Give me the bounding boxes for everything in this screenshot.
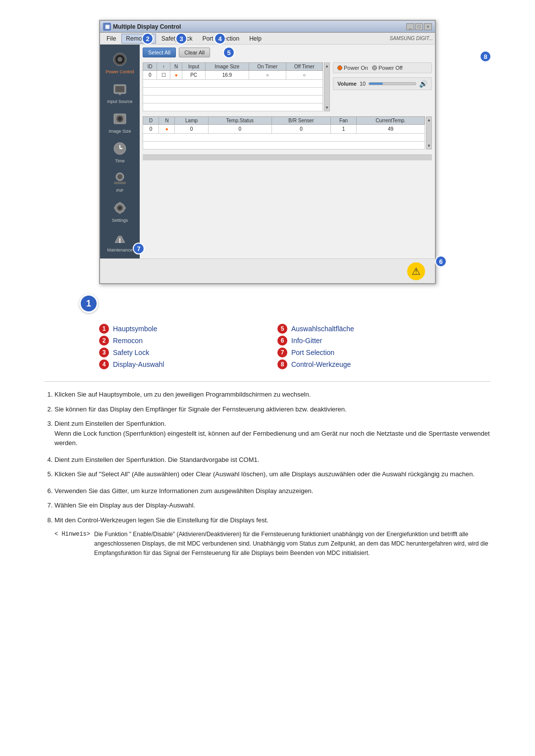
menu-help[interactable]: Help xyxy=(245,34,266,44)
bottom-table-row[interactable]: 0 ● 0 0 0 1 49 xyxy=(143,125,425,134)
select-all-button[interactable]: Select All xyxy=(143,48,176,57)
legend-label-4: Display-Auswahl xyxy=(113,360,164,368)
top-section: ID ↑ N Input Image Size On Timer Off Tim… xyxy=(143,62,432,111)
legend-label-7: Port Selection xyxy=(291,349,334,356)
sidebar-item-settings[interactable]: Settings xyxy=(100,197,140,225)
table-row[interactable] xyxy=(143,103,323,111)
volume-fill xyxy=(369,83,383,85)
legend-badge-6: 6 xyxy=(277,336,287,346)
list-item-3: Dient zum Einstellen der Sperrfunktion. … xyxy=(54,419,490,448)
bcol-fan: Fan xyxy=(331,117,357,125)
volume-row: Volume 10 🔊 xyxy=(333,77,432,90)
scrollbar[interactable]: ▲ ▼ xyxy=(324,62,330,111)
sidebar-label-input: Input Source xyxy=(107,99,132,104)
legend-label-5: Auswahlschaltfläche xyxy=(291,325,354,333)
svg-rect-18 xyxy=(119,202,121,204)
badge-6: 6 xyxy=(435,255,447,267)
scroll-down-arrow[interactable]: ▼ xyxy=(325,105,329,110)
legend-item-3: 3 Safety Lock xyxy=(99,348,258,357)
sidebar-label-image: Image Size xyxy=(108,129,131,134)
sidebar-label-pip: PIP xyxy=(116,188,124,193)
sidebar-item-time[interactable]: Time xyxy=(100,138,140,165)
scroll-up-arrow[interactable]: ▲ xyxy=(325,64,329,68)
svg-point-13 xyxy=(117,174,122,179)
legend-label-6: Info-Gitter xyxy=(291,337,322,345)
bottom-scroll-down[interactable]: ▼ xyxy=(427,144,431,148)
top-table: ID ↑ N Input Image Size On Timer Off Tim… xyxy=(143,62,323,111)
bottom-scroll-up[interactable]: ▲ xyxy=(427,118,431,122)
bcell-currenttemp: 49 xyxy=(357,125,425,134)
bcol-temp: Temp.Status xyxy=(208,117,271,125)
sidebar-item-pip[interactable]: PIP xyxy=(100,167,140,195)
title-bar-left: ▦ Multiple Display Control xyxy=(103,23,181,31)
legend-badge-7: 7 xyxy=(277,348,287,357)
legend-item-5: 5 Auswahlschaltfläche xyxy=(277,324,436,334)
svg-rect-14 xyxy=(114,182,126,184)
numbered-list: Klicken Sie auf Hauptsymbole, um zu den … xyxy=(45,390,490,558)
bottom-table-row[interactable] xyxy=(143,134,425,142)
svg-point-17 xyxy=(118,206,121,209)
bottom-table-row[interactable] xyxy=(143,142,425,150)
table-row[interactable] xyxy=(143,88,323,96)
power-on-dot xyxy=(337,65,342,70)
volume-icon: 🔊 xyxy=(419,80,428,88)
col-ontimer: On Timer xyxy=(249,63,286,71)
bcol-lamp: Lamp xyxy=(175,117,208,125)
control-panel: Power On Power Off Volume 10 xyxy=(333,62,432,111)
cell-offtimer: ○ xyxy=(286,71,322,80)
legend-item-6: 6 Info-Gitter xyxy=(277,336,436,346)
clear-all-button[interactable]: Clear All xyxy=(179,48,210,57)
legend-item-1: 1 Hauptsymbole xyxy=(99,324,258,334)
table-row[interactable]: 0 ☐ ● PC 16:9 ○ ○ xyxy=(143,71,323,80)
table-row[interactable] xyxy=(143,80,323,88)
toolbar-row: Select All Clear All xyxy=(143,48,432,57)
title-bar: ▦ Multiple Display Control _ □ × xyxy=(100,21,435,33)
settings-icon xyxy=(111,199,129,217)
bottom-table-inner: D N Lamp Temp.Status B/R Senser Fan Curr… xyxy=(143,116,425,150)
legend-grid: 1 Hauptsymbole 5 Auswahlschaltfläche 2 R… xyxy=(99,324,436,369)
sidebar-item-power-control[interactable]: Power Control xyxy=(100,49,140,76)
cell-ontimer: ○ xyxy=(249,71,286,80)
bcell-lamp: 0 xyxy=(175,125,208,134)
power-off-radio[interactable]: Power Off xyxy=(372,65,403,71)
app-icon: ▦ xyxy=(103,23,111,31)
list-item-8-text: Mit den Control-Werkzeugen legen Sie die… xyxy=(54,516,268,524)
badge-2: 2 xyxy=(142,33,154,45)
close-button[interactable]: × xyxy=(424,23,432,30)
sidebar-label-maintenance: Maintenance xyxy=(107,248,133,252)
sidebar-item-image-size[interactable]: Image Size xyxy=(100,108,140,136)
svg-rect-19 xyxy=(119,212,121,214)
table-row[interactable] xyxy=(143,96,323,103)
badge-3: 3 xyxy=(175,33,187,45)
legend-item-7: 7 Port Selection xyxy=(277,348,436,357)
legend-item-4: 4 Display-Auswahl xyxy=(99,359,258,369)
bcol-currenttemp: CurrentTemp. xyxy=(357,117,425,125)
restore-button[interactable]: □ xyxy=(415,23,423,30)
bcol-d: D xyxy=(143,117,159,125)
legend-item-2: 2 Remocon xyxy=(99,336,258,346)
menu-file[interactable]: File xyxy=(102,34,120,44)
power-on-radio[interactable]: Power On xyxy=(337,65,368,71)
svg-rect-5 xyxy=(119,94,121,95)
list-item-3-subtext: Wenn die Lock function (Sperrfunktion) e… xyxy=(54,430,490,447)
bcell-brsenser: 0 xyxy=(271,125,330,134)
list-item-4: Dient zum Einstellen der Sperrfunktion. … xyxy=(54,455,490,465)
title-controls[interactable]: _ □ × xyxy=(406,23,432,30)
sidebar-item-input-source[interactable]: Input Source xyxy=(100,78,140,106)
pip-icon xyxy=(111,169,129,187)
legend-label-1: Hauptsymbole xyxy=(113,325,158,333)
power-on-label: Power On xyxy=(344,65,368,71)
minimize-button[interactable]: _ xyxy=(406,23,414,30)
legend-label-3: Safety Lock xyxy=(113,349,149,356)
power-row: Power On Power Off xyxy=(333,62,432,73)
cell-check: ☐ xyxy=(157,71,170,80)
volume-bar[interactable] xyxy=(369,82,416,85)
col-up: ↑ xyxy=(157,63,170,71)
window-title: Multiple Display Control xyxy=(113,23,181,30)
svg-point-2 xyxy=(117,57,122,62)
badge-4: 4 xyxy=(214,33,226,45)
bottom-scrollbar[interactable]: ▲ ▼ xyxy=(426,116,432,150)
cell-imagesize: 16:9 xyxy=(205,71,249,80)
hinweis-text: Die Funktion " Enable/Disable" (Aktivier… xyxy=(94,530,490,558)
section-divider xyxy=(45,381,490,382)
